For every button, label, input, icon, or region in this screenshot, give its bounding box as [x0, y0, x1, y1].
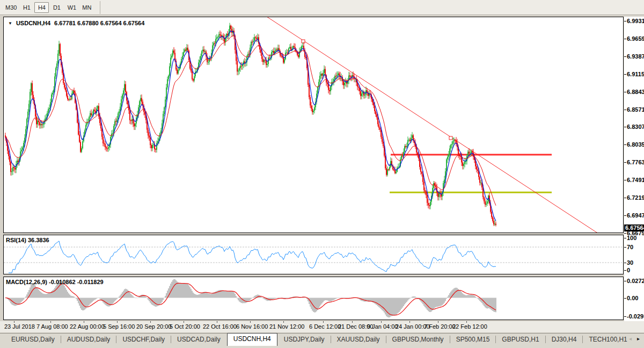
rsi-axis-label: 30: [627, 259, 633, 266]
price-axis-label: 6.99310: [627, 18, 644, 24]
tab-scroll-arrows: ◂ ▸: [629, 336, 640, 342]
mt4-window: M30H1H4D1W1MN ▼ USDCNH,H4 6.67781 6.6788…: [0, 0, 644, 348]
macd-axis-label: 0.027219: [627, 278, 644, 284]
time-axis-label: 22 Feb 12:00: [452, 323, 487, 330]
axis-tick: [624, 247, 626, 248]
candlestick-chart[interactable]: [4, 17, 623, 233]
time-axis-label: 23 Jul 2018: [4, 323, 35, 330]
tab-usdcad-daily[interactable]: USDCAD,Daily: [171, 334, 226, 345]
macd-axis-label: 0.00: [627, 295, 638, 301]
tab-gbpusd-monthly[interactable]: GBPUSD,Monthly: [386, 334, 450, 345]
time-axis-tick: [352, 321, 353, 323]
tab-usdcnh-h4[interactable]: USDCNH,H4: [227, 333, 277, 346]
price-axis-label: 6.69470: [627, 212, 644, 219]
tab-audusd-daily[interactable]: AUDUSD,Daily: [61, 334, 116, 345]
tab-scroll-left-icon[interactable]: ◂: [629, 336, 632, 342]
time-axis-tick: [150, 321, 151, 323]
time-axis-tick: [381, 321, 382, 323]
axis-tick: [624, 238, 626, 238]
chart-ohlc-values: 6.67781 6.67880 6.67564 6.67564: [54, 20, 144, 26]
rsi-label: RSI(14) 36.3836: [6, 237, 49, 243]
time-axis-label: 5 Sep 16:00: [103, 323, 135, 330]
macd-label: MACD(12,26,9) -0.010862 -0.011829: [6, 279, 104, 285]
axis-tick: [624, 215, 626, 216]
timeframe-buttons: M30H1H4D1W1MN: [3, 0, 94, 15]
axis-tick: [624, 56, 626, 57]
chart-dropdown-icon[interactable]: ▼: [8, 21, 12, 26]
axis-tick: [624, 92, 626, 92]
time-axis-tick: [438, 321, 438, 323]
tab-xauusd-daily[interactable]: XAUUSD,Daily: [331, 334, 386, 345]
tab-tech100-h1[interactable]: TECH100,H1: [583, 334, 633, 345]
time-axis-tick: [217, 321, 217, 323]
tab-usdchf-daily[interactable]: USDCHF,Daily: [116, 334, 171, 345]
time-axis-tick: [184, 321, 184, 323]
tab-usdjpy-daily[interactable]: USDJPY,Daily: [278, 334, 331, 345]
time-axis-tick: [84, 321, 84, 323]
timeframe-toolbar: M30H1H4D1W1MN: [0, 0, 644, 15]
time-axis-tick: [409, 321, 410, 323]
axis-tick: [624, 127, 626, 127]
macd-panel[interactable]: MACD(12,26,9) -0.010862 -0.011829: [3, 277, 624, 320]
tab-eurusd-daily[interactable]: EURUSD,Daily: [5, 334, 61, 345]
tab-scroll-right-icon[interactable]: ▸: [637, 336, 640, 342]
tab-dj30-h4[interactable]: DJ30,H4: [546, 334, 583, 345]
axis-tick: [624, 298, 626, 299]
tab-gbpusd-h1[interactable]: GBPUSD,H1: [496, 334, 545, 345]
price-chart-panel[interactable]: ▼ USDCNH,H4 6.67781 6.67880 6.67564 6.67…: [3, 17, 624, 233]
timeframe-button-h4[interactable]: H4: [34, 2, 49, 13]
rsi-panel[interactable]: RSI(14) 36.3836: [3, 235, 624, 274]
price-axis-label: 6.96590: [627, 35, 644, 42]
price-axis-label: 6.77630: [627, 159, 644, 165]
price-axis-label: 6.74910: [627, 177, 644, 183]
axis-tick: [624, 270, 626, 271]
price-axis-label: 6.83070: [627, 124, 644, 130]
axis-tick: [624, 39, 626, 39]
timeframe-button-w1[interactable]: W1: [64, 2, 79, 13]
axis-tick: [624, 263, 626, 263]
chart-tabs: EURUSD,DailyAUDUSD,DailyUSDCHF,DailyUSDC…: [5, 334, 633, 346]
tab-sp500-m15[interactable]: SP500,M15: [450, 334, 496, 345]
axis-tick: [624, 110, 626, 110]
price-axis-label: 6.80350: [627, 141, 644, 148]
axis-tick: [624, 316, 626, 317]
time-axis: 23 Jul 20187 Aug 08:0022 Aug 00:005 Sep …: [0, 321, 644, 332]
time-axis-label: 22 Oct 16:00: [203, 323, 237, 330]
time-axis-tick: [283, 321, 284, 323]
price-axis-label: 6.85710: [627, 106, 644, 113]
time-axis-tick: [117, 321, 118, 323]
time-axis-tick: [323, 321, 324, 323]
axis-tick: [624, 198, 626, 198]
time-axis-label: 5 Oct 20:00: [170, 323, 200, 330]
rsi-axis-label: 70: [627, 244, 633, 250]
time-axis-tick: [250, 321, 251, 323]
rsi-axis-label: 0: [627, 267, 630, 273]
toolbar-separator: [100, 1, 100, 14]
axis-tick: [624, 21, 626, 21]
timeframe-button-mn[interactable]: MN: [79, 2, 94, 13]
axis-tick: [624, 144, 626, 145]
price-scale: 6.67564 6.993106.965906.938706.911506.88…: [624, 17, 644, 321]
price-axis-label: 6.72190: [627, 194, 644, 201]
axis-tick: [624, 281, 626, 281]
time-axis-label: 20 Sep 20:00: [136, 323, 171, 330]
time-axis-label: 6 Dec 12:00: [309, 323, 341, 330]
price-axis-label: 6.91150: [627, 71, 644, 77]
time-axis-label: 9 Jan 04:00: [367, 323, 398, 330]
time-axis-label: 6 Nov 16:00: [236, 323, 268, 330]
time-axis-tick: [466, 321, 467, 323]
timeframe-button-m30[interactable]: M30: [3, 2, 19, 13]
macd-axis-label: -0.029558: [627, 313, 644, 320]
rsi-chart: [4, 235, 623, 274]
rsi-axis-label: 100: [627, 235, 636, 241]
chart-title: ▼ USDCNH,H4 6.67781 6.67880 6.67564 6.67…: [8, 20, 144, 26]
current-price-tag: 6.67564: [624, 224, 644, 231]
timeframe-button-d1[interactable]: D1: [49, 2, 64, 13]
time-axis-label: 22 Aug 00:00: [70, 323, 105, 330]
price-axis-label: 6.93870: [627, 53, 644, 60]
timeframe-button-h1[interactable]: H1: [19, 2, 34, 13]
price-axis-label: 6.88430: [627, 89, 644, 95]
axis-tick: [624, 233, 626, 234]
time-axis-label: 21 Nov 12:00: [269, 323, 304, 330]
axis-tick: [624, 74, 626, 75]
